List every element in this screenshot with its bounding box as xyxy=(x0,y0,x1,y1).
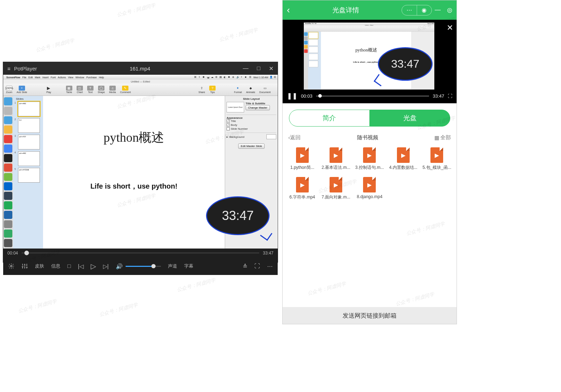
mac-dock[interactable] xyxy=(3,96,13,249)
file-item[interactable]: ▶5.包_模块_函... xyxy=(421,147,453,171)
animate-tool[interactable]: ◆Animate xyxy=(246,86,255,93)
video-file-icon: ▶ xyxy=(330,147,342,163)
audio-button[interactable]: 声道 xyxy=(168,263,177,269)
minimize-icon[interactable]: — xyxy=(435,6,441,14)
equalizer-icon[interactable] xyxy=(22,263,28,269)
layout-thumb[interactable]: Lorem Ipsum Door xyxy=(227,102,244,112)
potplayer-titlebar: ≡ PotPlayer 161.mp4 — □ ✕ xyxy=(3,62,278,75)
video-file-icon: ▶ xyxy=(430,147,443,163)
add-slide-tool[interactable]: +Add Slide xyxy=(17,86,27,93)
table-tool[interactable]: ▦Table xyxy=(66,86,72,93)
nav-title: 随书视频 xyxy=(301,134,434,141)
send-link-button[interactable]: 发送网页链接到邮箱 xyxy=(283,307,457,324)
slide-thumb[interactable]: 5python环境搭建 xyxy=(14,168,42,183)
subtitle-button[interactable]: 字幕 xyxy=(184,263,193,269)
volume-slider[interactable] xyxy=(126,266,161,267)
mac-app-name: ScreenFlow xyxy=(6,76,20,79)
info-button[interactable]: 信息 xyxy=(51,263,60,269)
mac-clock: Wed 1:10 AM xyxy=(253,76,268,79)
share-tool[interactable]: ⇪Share xyxy=(199,86,205,93)
capsule-menu-icon[interactable]: ⋯ xyxy=(402,5,417,15)
watermark: 公众号：阿虚同学 xyxy=(99,302,139,318)
tab-disc[interactable]: 光盘 xyxy=(370,110,451,127)
watermark: 公众号：阿虚同学 xyxy=(35,37,75,54)
video-file-icon: ▶ xyxy=(296,177,309,192)
zoom-tool[interactable]: 100%Zoom xyxy=(6,86,12,93)
seek-bar[interactable]: 00:04 33:47 xyxy=(3,249,278,257)
back-icon[interactable]: ‹ xyxy=(287,5,290,16)
stop-button[interactable]: □ xyxy=(67,263,71,269)
watermark: 公众号：阿虚同学 xyxy=(116,2,156,18)
grid-icon: ▦ xyxy=(434,135,439,141)
title-checkbox[interactable]: ✓Title xyxy=(227,120,276,123)
svg-point-0 xyxy=(11,265,12,267)
tips-tool[interactable]: ?Tips xyxy=(209,86,216,93)
close-icon[interactable]: ✕ xyxy=(447,23,453,32)
play-button[interactable]: ▷ xyxy=(91,262,96,270)
watermark: 公众号：阿虚同学 xyxy=(18,298,58,314)
chart-tool[interactable]: ◫Chart xyxy=(77,86,83,93)
text-tool[interactable]: TText xyxy=(87,86,94,93)
miniprogram-capsule: ⋯ ◉ xyxy=(402,5,432,16)
prev-button[interactable]: |◁ xyxy=(78,263,84,270)
nav-all[interactable]: ▦全部 xyxy=(434,134,451,141)
nav-back[interactable]: ‹返回 xyxy=(288,134,301,141)
window-buttons: — □ ✕ xyxy=(243,65,273,72)
body-checkbox[interactable]: ✓Body xyxy=(227,123,276,127)
fullscreen-icon[interactable]: ⛶ xyxy=(448,93,452,99)
slide-subtitle: Life is short，use python! xyxy=(90,182,177,191)
seek-thumb[interactable] xyxy=(24,251,29,255)
maximize-button[interactable]: □ xyxy=(257,65,260,72)
file-item[interactable]: ▶7.面向对象.m... xyxy=(320,177,352,200)
video-seek[interactable] xyxy=(316,96,429,97)
volume-icon[interactable]: 🔊 xyxy=(116,263,123,270)
capsule-close-icon[interactable]: ◉ xyxy=(417,5,432,15)
play-tool[interactable]: ▶Play xyxy=(46,86,52,93)
video-file-icon: ▶ xyxy=(330,177,342,192)
minimize-button[interactable]: — xyxy=(243,65,248,72)
video-area[interactable]: ScreenFlow FileEditMarkInsertFontActions… xyxy=(3,75,278,249)
media-tool[interactable]: ♫Media xyxy=(109,86,116,93)
more-icon[interactable]: ⋯ xyxy=(267,263,273,270)
document-tool[interactable]: ▭Document xyxy=(259,86,271,93)
pause-icon[interactable]: ❚❚ xyxy=(287,92,297,100)
slide-thumb[interactable]: 4python概述 xyxy=(14,151,42,166)
slide-thumb[interactable]: 3python特征 xyxy=(14,135,42,149)
skin-button[interactable]: 皮肤 xyxy=(35,263,44,269)
playlist-icon[interactable]: ≙ xyxy=(243,263,247,270)
edit-master-button[interactable]: Edit Master Slide xyxy=(238,143,264,149)
duration-callout: 33:47 xyxy=(206,196,270,235)
seek-track[interactable] xyxy=(22,252,259,253)
mac-doc-title: Untitled — Edited xyxy=(3,80,278,84)
slide-thumb[interactable]: 1python概述 xyxy=(14,102,42,116)
file-item[interactable]: ▶2.基本语法.m... xyxy=(320,147,352,171)
slidenum-checkbox[interactable]: Slide Number xyxy=(227,127,276,130)
current-time: 00:04 xyxy=(7,251,18,256)
file-item[interactable]: ▶8.django.mp4 xyxy=(354,177,386,200)
file-item[interactable]: ▶4.内置数据结... xyxy=(387,147,419,171)
video-file-icon: ▶ xyxy=(296,147,309,163)
shape-tool[interactable]: ◯Shape xyxy=(98,86,105,93)
close-button[interactable]: ✕ xyxy=(269,65,273,72)
slide-canvas[interactable]: python概述 Life is short，use python! xyxy=(43,96,225,249)
background-swatch[interactable] xyxy=(266,134,276,139)
next-button[interactable]: ▷| xyxy=(103,263,109,270)
fullscreen-icon[interactable]: ⛶ xyxy=(254,263,260,270)
menu-icon[interactable]: ≡ xyxy=(7,66,11,72)
target-icon[interactable]: ◎ xyxy=(447,6,452,14)
potplayer-window: ≡ PotPlayer 161.mp4 — □ ✕ ScreenFlow Fil… xyxy=(3,62,278,263)
settings-icon[interactable] xyxy=(8,263,14,269)
file-item[interactable]: ▶3.控制语句.m... xyxy=(354,147,386,171)
file-item[interactable]: ▶1.python简... xyxy=(286,147,318,171)
mac-toolbar: 100%Zoom +Add Slide ▶Play ▦Table ◫Chart … xyxy=(3,84,278,96)
file-item[interactable]: ▶6.字符串.mp4 xyxy=(286,177,318,200)
comment-tool[interactable]: ✎Comment xyxy=(120,86,131,93)
tab-intro[interactable]: 简介 xyxy=(289,110,370,127)
slide-thumb[interactable]: 2简介 xyxy=(14,118,42,133)
app-name: PotPlayer xyxy=(14,66,37,72)
format-tool[interactable]: ✦Format xyxy=(234,86,242,93)
tabs: 简介 光盘 xyxy=(283,103,457,133)
change-master-button[interactable]: Change Master xyxy=(246,105,270,110)
wechat-video[interactable]: ✕ ScreenFlowFileEditWed 1:10 AM Untitled… xyxy=(283,20,457,103)
video-total-time: 33:47 xyxy=(433,93,444,99)
